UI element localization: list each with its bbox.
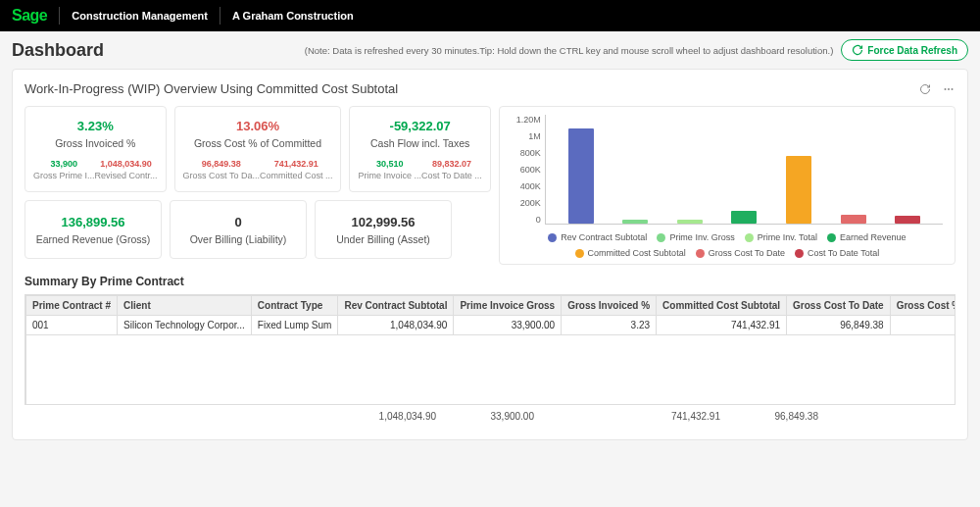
table-header[interactable]: Committed Cost Subtotal	[657, 296, 787, 316]
table-cell: 001	[26, 316, 118, 335]
kpi-card[interactable]: -59,322.07 Cash Flow incl. Taxes 30,510P…	[349, 106, 490, 192]
table-cell: 96,849.38	[787, 316, 891, 335]
kpi-sub-value: 741,432.91	[260, 159, 333, 169]
legend-swatch	[827, 233, 836, 242]
force-refresh-button[interactable]: Force Data Refresh	[841, 39, 968, 61]
chart-bar[interactable]	[786, 156, 811, 224]
company-name[interactable]: A Graham Construction	[232, 10, 354, 22]
kpi-card[interactable]: 0 Over Billing (Liability)	[170, 200, 307, 259]
kpi-label: Earned Revenue (Gross)	[33, 233, 153, 245]
legend-item[interactable]: Gross Cost To Date	[696, 248, 785, 258]
table-cell: 3.23	[562, 316, 657, 335]
kpi-value: 0	[178, 215, 298, 229]
table-header[interactable]: Prime Contract #	[26, 296, 118, 316]
legend-label: Cost To Date Total	[808, 248, 879, 258]
footer-committed: 741,432.91	[612, 411, 720, 422]
summary-table-wrap[interactable]: Prime Contract #ClientContract TypeRev C…	[24, 294, 956, 405]
kpi-sub-label: Gross Prime I...	[33, 171, 95, 180]
footer-gross-cost: 96,849.38	[720, 411, 818, 422]
page-title: Dashboard	[12, 40, 104, 61]
chart-bar[interactable]	[841, 215, 866, 224]
panel-refresh-icon[interactable]	[918, 82, 932, 96]
table-footer: 1,048,034.90 33,900.00 741,432.91 96,849…	[24, 405, 956, 428]
chart-bar[interactable]	[568, 128, 594, 224]
table-header[interactable]: Rev Contract Subtotal	[338, 296, 454, 316]
legend-label: Committed Cost Subtotal	[588, 248, 686, 258]
table-cell: Silicon Technology Corpor...	[118, 316, 252, 335]
legend-swatch	[657, 233, 665, 242]
kpi-value: 102,999.56	[323, 215, 443, 229]
table-header[interactable]: Gross Cost To Date	[787, 296, 891, 316]
kpi-sub-value: 33,900	[33, 159, 95, 169]
kpi-sub-value: 30,510	[358, 159, 421, 169]
kpi-card[interactable]: 102,999.56 Under Billing (Asset)	[315, 200, 452, 259]
separator	[59, 7, 60, 25]
legend-label: Prime Inv. Gross	[669, 232, 734, 242]
chart-bar[interactable]	[622, 220, 648, 224]
table-header-row: Prime Contract #ClientContract TypeRev C…	[26, 296, 956, 316]
chart-bar[interactable]	[677, 220, 703, 224]
summary-table: Prime Contract #ClientContract TypeRev C…	[25, 295, 956, 404]
table-title: Summary By Prime Contract	[24, 275, 956, 288]
panel-title: Work-In-Progress (WIP) Overview Using Co…	[24, 81, 398, 96]
table-cell: 33,900.00	[454, 316, 562, 335]
kpi-value: 3.23%	[33, 119, 158, 133]
kpi-sub-value: 89,832.07	[421, 159, 482, 169]
table-cell: Fixed Lump Sum	[251, 316, 338, 335]
kpi-value: -59,322.07	[358, 119, 481, 133]
table-header[interactable]: Gross Cost % of Committed	[890, 296, 956, 316]
legend-swatch	[745, 233, 754, 242]
kpi-sub-label: Committed Cost ...	[260, 171, 333, 180]
legend-item[interactable]: Prime Inv. Total	[745, 232, 817, 242]
svg-point-1	[948, 88, 950, 90]
footer-rev-subtotal: 1,048,034.90	[338, 411, 436, 422]
kpi-label: Under Billing (Asset)	[323, 233, 443, 245]
table-header[interactable]: Gross Invoiced %	[562, 296, 657, 316]
table-header[interactable]: Prime Invoice Gross	[454, 296, 562, 316]
kpi-sub-label: Revised Contr...	[95, 171, 158, 180]
legend-item[interactable]: Rev Contract Subtotal	[548, 232, 647, 242]
legend-swatch	[548, 233, 557, 242]
panel-more-icon[interactable]	[942, 82, 956, 96]
legend-item[interactable]: Earned Revenue	[827, 232, 906, 242]
kpi-sub-label: Gross Cost To Da...	[183, 171, 260, 180]
kpi-label: Over Billing (Liability)	[178, 233, 298, 245]
module-name[interactable]: Construction Management	[72, 10, 208, 22]
legend-item[interactable]: Cost To Date Total	[795, 248, 879, 258]
table-row[interactable]: 001Silicon Technology Corpor...Fixed Lum…	[26, 316, 956, 335]
legend-label: Gross Cost To Date	[709, 248, 785, 258]
chart-bar[interactable]	[731, 211, 757, 224]
topbar: Sage Construction Management A Graham Co…	[0, 0, 980, 31]
table-header[interactable]: Client	[118, 296, 252, 316]
svg-point-2	[952, 88, 954, 90]
subheader: Dashboard (Note: Data is refreshed every…	[0, 31, 980, 69]
table-header[interactable]: Contract Type	[251, 296, 338, 316]
chart-bars	[545, 115, 943, 225]
kpi-card[interactable]: 3.23% Gross Invoiced % 33,900Gross Prime…	[24, 106, 167, 192]
legend-label: Rev Contract Subtotal	[561, 232, 647, 242]
legend-label: Earned Revenue	[840, 232, 906, 242]
chart-legend: Rev Contract SubtotalPrime Inv. GrossPri…	[512, 232, 943, 258]
kpi-value: 13.06%	[183, 119, 333, 133]
footer-prime-gross: 33,900.00	[436, 411, 534, 422]
legend-label: Prime Inv. Total	[758, 232, 817, 242]
svg-point-0	[945, 88, 947, 90]
legend-swatch	[795, 249, 804, 258]
kpi-label: Gross Cost % of Committed	[183, 137, 333, 149]
kpi-label: Gross Invoiced %	[33, 137, 158, 149]
table-cell: 13.06	[890, 316, 956, 335]
refresh-label: Force Data Refresh	[867, 45, 957, 56]
legend-swatch	[575, 249, 584, 258]
legend-item[interactable]: Committed Cost Subtotal	[575, 248, 686, 258]
legend-swatch	[696, 249, 705, 258]
legend-item[interactable]: Prime Inv. Gross	[657, 232, 734, 242]
logo[interactable]: Sage	[12, 7, 47, 25]
summary-chart: 1.20M1M800K600K400K200K0 Rev Contract Su…	[499, 106, 956, 265]
kpi-row-1: 3.23% Gross Invoiced % 33,900Gross Prime…	[24, 106, 956, 265]
separator	[220, 7, 220, 25]
kpi-card[interactable]: 13.06% Gross Cost % of Committed 96,849.…	[174, 106, 342, 192]
chart-bar[interactable]	[895, 216, 920, 224]
kpi-sub-value: 96,849.38	[183, 159, 260, 169]
refresh-icon	[852, 44, 863, 56]
kpi-card[interactable]: 136,899.56 Earned Revenue (Gross)	[24, 200, 162, 259]
